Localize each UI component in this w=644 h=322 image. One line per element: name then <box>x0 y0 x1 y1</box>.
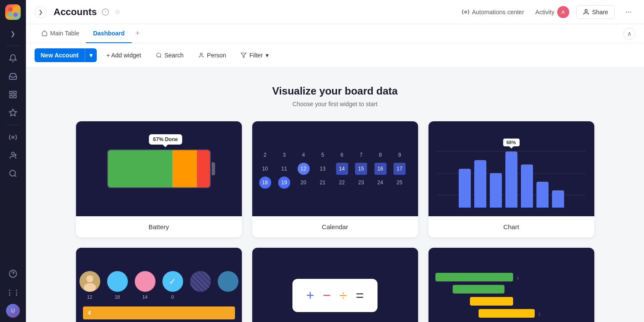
workload-count-2: 18 <box>114 294 120 300</box>
gantt-bar-green-1 <box>435 273 513 281</box>
inbox-icon[interactable] <box>5 69 21 84</box>
chart-bar-3-wrap <box>490 173 502 208</box>
gantt-preview: ↓ ↓ <box>428 248 594 322</box>
cal-day-11: 11 <box>278 163 290 175</box>
workload-person-6 <box>218 271 238 300</box>
cal-day-25: 25 <box>393 177 406 189</box>
cal-day-18: 18 <box>259 177 271 189</box>
activity-label: Activity <box>535 9 554 16</box>
numbers-box: + − ÷ = <box>292 279 378 312</box>
svg-marker-25 <box>241 53 247 58</box>
tab-dashboard[interactable]: Dashboard <box>86 24 131 43</box>
new-account-button[interactable]: New Account ▾ <box>35 48 97 62</box>
svg-point-3 <box>13 13 18 17</box>
favorites-icon[interactable] <box>5 105 21 120</box>
page-title: Accounts <box>54 6 97 18</box>
workload-person-2: 18 <box>107 271 128 300</box>
battery-red-segment <box>197 150 210 187</box>
new-account-dropdown[interactable]: ▾ <box>85 48 97 62</box>
cal-day-22: 22 <box>336 177 348 189</box>
cal-day-8: 8 <box>374 149 387 161</box>
svg-point-22 <box>156 53 160 57</box>
global-search-icon[interactable] <box>5 166 21 181</box>
tab-main-table-label: Main Table <box>50 30 79 37</box>
chart-bar-1 <box>459 169 471 208</box>
gantt-bar-yellow-2 <box>479 309 535 318</box>
chart-label: Chart <box>428 216 594 237</box>
person-filter-button[interactable]: Person <box>193 49 231 62</box>
cal-day-17: 17 <box>393 163 406 175</box>
calendar-preview: 2 3 4 5 6 7 8 9 10 11 12 13 <box>252 121 418 216</box>
workload-preview: 12 18 14 <box>76 248 242 322</box>
share-button[interactable]: Share <box>576 5 615 19</box>
battery-label: Battery <box>76 216 242 237</box>
tab-main-table[interactable]: Main Table <box>35 24 86 43</box>
svg-point-0 <box>8 7 13 12</box>
svg-marker-8 <box>10 109 17 116</box>
cal-day-9: 9 <box>393 149 406 161</box>
tabbar: Main Table Dashboard + ∧ <box>26 24 644 43</box>
activity-button[interactable]: Activity A <box>535 6 569 18</box>
main-content: ❯ Accounts ☆ Automations center Activity… <box>26 0 644 322</box>
automations-center-button[interactable]: Automations center <box>457 6 529 19</box>
battery-orange-segment <box>172 150 197 187</box>
cal-day-6: 6 <box>336 149 348 161</box>
chart-widget[interactable]: 68% Chart <box>428 121 594 237</box>
workload-person-5 <box>190 271 211 300</box>
apps-grid-icon[interactable]: ⋮⋮ <box>5 285 21 300</box>
svg-point-9 <box>12 136 14 139</box>
cal-day-23: 23 <box>355 177 367 189</box>
search-button[interactable]: Search <box>151 49 189 62</box>
cal-day-16: 16 <box>374 163 387 175</box>
activity-avatar: A <box>557 6 569 18</box>
calendar-widget[interactable]: 2 3 4 5 6 7 8 9 10 11 12 13 <box>252 121 418 237</box>
cal-day-13: 13 <box>317 163 329 175</box>
gantt-arrow-2: ↓ <box>538 310 541 317</box>
battery-widget[interactable]: 67% Done Battery <box>76 121 242 237</box>
filter-label: Filter <box>249 52 263 59</box>
my-work-icon[interactable] <box>5 87 21 102</box>
sidebar-collapse-button[interactable]: ❯ <box>35 6 47 18</box>
help-icon[interactable] <box>5 266 21 281</box>
info-icon[interactable] <box>100 7 111 17</box>
svg-rect-6 <box>14 95 16 98</box>
cal-day-5: 5 <box>317 149 329 161</box>
workload-count-1: 12 <box>87 294 92 300</box>
sidebar-collapse-btn[interactable]: ❯ <box>5 26 21 41</box>
add-widget-button[interactable]: + Add widget <box>101 49 146 62</box>
cal-day-20: 20 <box>298 177 310 189</box>
svg-point-10 <box>12 152 15 155</box>
cal-day-10: 10 <box>259 163 271 175</box>
share-label: Share <box>592 9 608 16</box>
new-account-main[interactable]: New Account <box>35 48 85 62</box>
workload-bar: 4 <box>83 306 235 319</box>
svg-point-28 <box>84 283 96 292</box>
integrations-icon[interactable] <box>5 129 21 145</box>
workload-avatar-1 <box>79 271 100 292</box>
workload-person-4: ✓ 0 <box>162 271 183 300</box>
filter-button[interactable]: Filter ▾ <box>235 49 273 62</box>
battery-container: 67% Done <box>76 121 242 216</box>
chart-bar-4 <box>505 152 517 208</box>
invite-user-icon[interactable] <box>5 148 21 163</box>
chart-bar-6-wrap <box>536 182 549 208</box>
add-tab-button[interactable]: + <box>132 28 144 40</box>
workload-avatar-6 <box>218 271 238 292</box>
user-avatar[interactable]: U <box>6 304 20 318</box>
app-logo[interactable] <box>5 4 21 20</box>
filter-chevron: ▾ <box>266 52 269 59</box>
svg-point-24 <box>200 53 203 55</box>
more-options-button[interactable]: ··· <box>622 5 635 19</box>
notifications-icon[interactable] <box>5 51 21 66</box>
tab-collapse-button[interactable]: ∧ <box>623 28 635 40</box>
gantt-widget[interactable]: ↓ ↓ <box>428 248 594 322</box>
favorite-star-icon[interactable]: ☆ <box>112 7 123 17</box>
gantt-row-4: ↓ <box>479 309 587 318</box>
workload-avatar-3 <box>135 271 155 292</box>
cal-day-19: 19 <box>278 177 290 189</box>
numbers-widget[interactable]: + − ÷ = Numbers <box>252 248 418 322</box>
battery-terminal <box>212 162 215 175</box>
calendar-container: 2 3 4 5 6 7 8 9 10 11 12 13 <box>252 142 418 196</box>
battery-tooltip: 67% Done <box>149 134 182 145</box>
workload-widget[interactable]: 12 18 14 <box>76 248 242 322</box>
